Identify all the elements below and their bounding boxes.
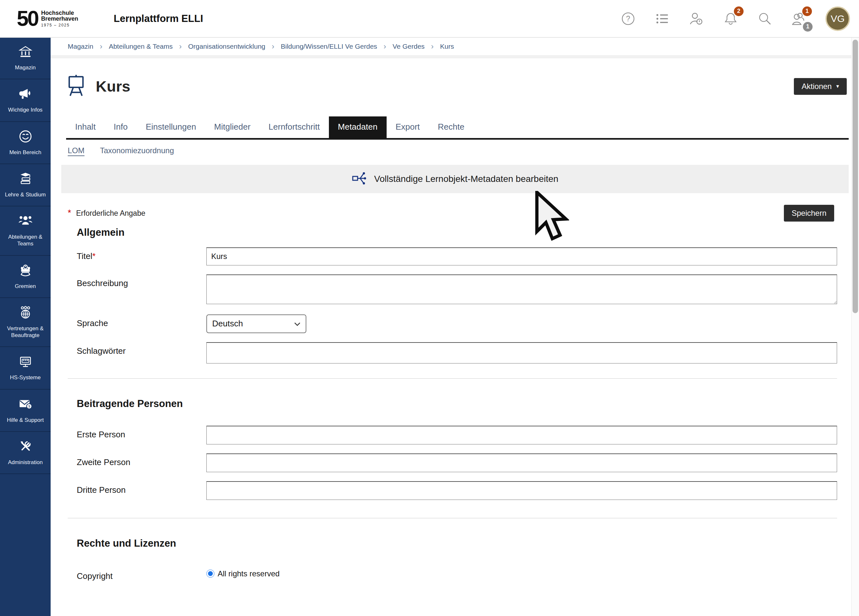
globe-people-icon — [18, 305, 33, 321]
zweite-person-label: Zweite Person — [68, 453, 206, 472]
app-window: 50 Hochschule Bremerhaven 1975 – 2025 Le… — [0, 0, 859, 616]
edit-full-metadata-label: Vollständige Lernobjekt-Metadaten bearbe… — [374, 174, 558, 184]
committee-icon — [18, 263, 33, 279]
scrollbar-thumb[interactable] — [853, 40, 858, 313]
chevron-right-icon: › — [272, 42, 274, 51]
tab-einstellungen[interactable]: Einstellungen — [137, 116, 205, 138]
subtab-taxonomiezuordnung[interactable]: Taxonomiezuordnung — [100, 146, 174, 155]
sidebar-item-label: Administration — [8, 459, 43, 466]
platform-title: Lernplattform ELLI — [114, 13, 203, 25]
sidebar-item-label: Wichtige Infos — [8, 106, 42, 113]
sidebar-item-label: Hilfe & Support — [7, 417, 44, 424]
tab-lernfortschritt[interactable]: Lernfortschritt — [259, 116, 329, 138]
field-row-erste-person: Erste Person — [68, 426, 837, 444]
main-content: Magazin › Abteilungen & Teams › Organisa… — [51, 38, 851, 616]
subtab-lom[interactable]: LOM — [68, 146, 84, 155]
section-divider — [68, 518, 837, 518]
contacts-badge-new: 1 — [802, 6, 812, 16]
beschreibung-label: Beschreibung — [68, 274, 206, 305]
sidebar-item-abteilungen-teams[interactable]: Abteilungen & Teams — [0, 206, 51, 256]
svg-text:?: ? — [626, 14, 630, 23]
books-icon — [18, 171, 33, 188]
breadcrumb-link-current[interactable]: Kurs — [440, 42, 454, 50]
search-icon[interactable] — [757, 11, 773, 27]
tab-info[interactable]: Info — [105, 116, 137, 138]
sidebar-item-label: HS-Systeme — [10, 374, 41, 381]
actions-button-label: Aktionen — [801, 82, 832, 91]
tab-rechte[interactable]: Rechte — [429, 116, 473, 138]
sidebar-item-hs-systeme[interactable]: *** HS-Systeme — [0, 347, 51, 389]
sidebar-item-gremien[interactable]: Gremien — [0, 256, 51, 298]
copyright-option-label: All rights reserved — [218, 569, 280, 578]
sprache-label: Sprache — [68, 314, 206, 333]
sidebar-item-lehre-studium[interactable]: Lehre & Studium — [0, 164, 51, 206]
help-icon[interactable]: ? — [620, 11, 636, 27]
svg-text:?: ? — [28, 405, 30, 408]
sidebar-item-label: Abteilungen & Teams — [2, 233, 49, 247]
erste-person-label: Erste Person — [68, 426, 206, 444]
breadcrumb-link[interactable]: Magazin — [68, 42, 93, 50]
copyright-label: Copyright — [68, 567, 206, 581]
subtab-bar: LOM Taxonomiezuordnung — [68, 140, 851, 161]
breadcrumb-link[interactable]: Organisationsentwicklung — [188, 42, 265, 50]
logo-years: 1975 – 2025 — [41, 23, 78, 27]
user-status-icon[interactable]: 2 — [689, 11, 704, 27]
required-hint-text: Erforderliche Angabe — [76, 209, 145, 217]
share-node-icon — [351, 170, 367, 188]
megaphone-icon — [18, 86, 33, 103]
people-group-icon — [18, 214, 33, 230]
smiley-icon — [18, 129, 33, 145]
field-row-sprache: Sprache Deutsch — [68, 314, 837, 333]
sprache-select[interactable]: Deutsch — [206, 314, 306, 333]
section-allgemein: Allgemein Titel* Beschreibung Sprache — [51, 227, 851, 363]
required-hint: * Erforderliche Angabe — [68, 208, 145, 218]
tab-export[interactable]: Export — [387, 116, 429, 138]
page-title-row: Kurs Aktionen ▾ — [51, 58, 851, 113]
zweite-person-input[interactable] — [206, 453, 837, 472]
notifications-bell-icon[interactable]: 2 — [723, 11, 739, 27]
sidebar-item-mein-bereich[interactable]: Mein Bereich — [0, 122, 51, 164]
actions-button[interactable]: Aktionen ▾ — [794, 78, 847, 95]
required-asterisk: * — [68, 208, 71, 218]
save-button-label: Speichern — [792, 209, 826, 218]
page-title: Kurs — [96, 77, 130, 95]
field-row-schlagwoerter: Schlagwörter — [68, 342, 837, 363]
beschreibung-textarea[interactable] — [206, 274, 837, 304]
sidebar-item-magazin[interactable]: Magazin — [0, 38, 51, 79]
schlagwoerter-label: Schlagwörter — [68, 342, 206, 363]
header-toolbar: ? 2 2 1 1 VG — [620, 6, 859, 31]
section-rechte-lizenzen: Rechte und Lizenzen Copyright All rights… — [51, 538, 851, 581]
tab-inhalt[interactable]: Inhalt — [66, 116, 105, 138]
sidebar-item-wichtige-infos[interactable]: Wichtige Infos — [0, 79, 51, 122]
vertical-scrollbar[interactable] — [851, 38, 859, 616]
sidebar-item-administration[interactable]: Administration — [0, 432, 51, 474]
dritte-person-label: Dritte Person — [68, 481, 206, 500]
university-logo: 50 Hochschule Bremerhaven 1975 – 2025 — [17, 9, 78, 28]
sidebar-item-vertretungen[interactable]: Vertretungen & Beauftragte — [0, 298, 51, 347]
copyright-radio-all-rights[interactable] — [206, 569, 214, 578]
tab-metadaten[interactable]: Metadaten — [329, 116, 387, 138]
edit-full-metadata-banner[interactable]: Vollständige Lernobjekt-Metadaten bearbe… — [61, 165, 849, 193]
todo-list-icon[interactable] — [654, 11, 670, 27]
contacts-icon[interactable]: 1 1 — [791, 11, 807, 27]
section-heading-rechte: Rechte und Lizenzen — [77, 538, 837, 549]
sidebar-item-label: Magazin — [15, 64, 36, 71]
monitor-icon: *** — [18, 354, 33, 370]
dritte-person-input[interactable] — [206, 481, 837, 500]
breadcrumb-link[interactable]: Abteilungen & Teams — [109, 42, 172, 50]
schlagwoerter-input[interactable] — [206, 342, 837, 363]
tab-mitglieder[interactable]: Mitglieder — [205, 116, 259, 138]
save-button[interactable]: Speichern — [784, 205, 834, 222]
chevron-right-icon: › — [179, 42, 181, 51]
top-header: 50 Hochschule Bremerhaven 1975 – 2025 Le… — [0, 0, 859, 38]
field-row-beschreibung: Beschreibung — [68, 274, 837, 305]
breadcrumb-link[interactable]: Ve Gerdes — [393, 42, 425, 50]
erste-person-input[interactable] — [206, 426, 837, 444]
course-easel-icon — [66, 74, 86, 99]
chevron-right-icon: › — [100, 42, 102, 51]
bank-icon — [19, 45, 33, 60]
avatar[interactable]: VG — [825, 6, 850, 31]
sidebar-item-hilfe-support[interactable]: ? Hilfe & Support — [0, 389, 51, 432]
breadcrumb-link[interactable]: Bildung/Wissen/ELLI Ve Gerdes — [281, 42, 377, 50]
titel-input[interactable] — [206, 247, 837, 266]
